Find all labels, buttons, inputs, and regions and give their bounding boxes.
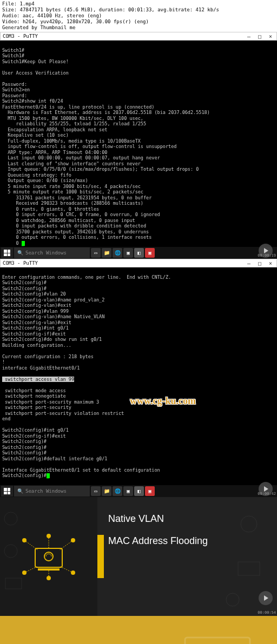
search-placeholder: Search Windows	[25, 250, 67, 256]
slide1-left-panel	[0, 497, 97, 616]
start-button-2[interactable]	[1, 486, 13, 497]
windows-icon	[4, 250, 10, 256]
slide1-right-panel: Native VLAN MAC Address Flooding 00:00:5…	[97, 497, 277, 616]
putty-title-text-2: COM3 - PuTTY	[3, 260, 38, 266]
folder-icon-2[interactable]: 📁	[102, 486, 111, 496]
svg-point-20	[226, 593, 239, 606]
term1-lines: Switch1# Switch1# Switch1#Keep Out Pleas…	[2, 48, 210, 240]
chrome-icon[interactable]: 🌐	[113, 248, 122, 258]
watermark-text: www.cg-ku.com	[130, 398, 196, 404]
taskbar-2[interactable]: 🔍 Search Windows ▭ 📁 🌐 ▣ ◧ ▣ 00:00:42	[0, 485, 277, 497]
file-info-header: File: 1.mp4 Size: 47847171 bytes (45.6 M…	[0, 0, 277, 32]
term2-top: Enter configuration commands, one per li…	[2, 274, 171, 371]
svg-point-4	[44, 552, 53, 561]
putty-task-icon-2[interactable]: ▣	[123, 486, 133, 496]
term2-partial: Interface GigabitEthernet0/1 set to defa…	[2, 467, 160, 473]
terminal-1[interactable]: Switch1# Switch1# Switch1#Keep Out Pleas…	[0, 41, 277, 247]
app-task-icon-2[interactable]: ▣	[145, 248, 155, 258]
taskbar-1[interactable]: 🔍 Search Windows ▭ 📁 🌐 ▣ ◧ ▣ 00:00:19	[0, 247, 277, 259]
folder-icon[interactable]: 📁	[102, 248, 111, 258]
start-button[interactable]	[1, 247, 13, 258]
search-icon-2: 🔍	[17, 488, 23, 494]
search-input[interactable]: 🔍 Search Windows	[14, 247, 90, 258]
app-task-icon-4[interactable]: ▣	[145, 486, 155, 496]
cursor-1: _	[22, 241, 25, 246]
file-name: File: 1.mp4	[2, 1, 275, 7]
term2-highlight-line: switchport access vlan 99	[2, 377, 74, 382]
search-placeholder-2: Search Windows	[25, 488, 67, 494]
timestamp-1: 00:00:19	[258, 253, 276, 258]
putty-task-icon[interactable]: ▣	[123, 248, 133, 258]
file-video: Video: h264, yuv420p, 1280x720, 30.00 fp…	[2, 19, 275, 25]
timestamp-3: 00:00:54	[258, 611, 276, 615]
file-size: Size: 47847171 bytes (45.6 MiB), duratio…	[2, 7, 275, 13]
svg-point-0	[4, 512, 17, 525]
term2-last: Switch2(config)#	[2, 473, 47, 478]
putty-titlebar-1[interactable]: COM3 - PuTTY — □ ×	[0, 32, 277, 41]
svg-rect-21	[185, 638, 250, 644]
play-button-3[interactable]	[259, 591, 273, 605]
search-input-2[interactable]: 🔍 Search Windows	[14, 486, 90, 497]
network-diagram-icon	[16, 529, 81, 583]
task-view-icon[interactable]: ▭	[91, 248, 101, 258]
window-controls[interactable]: — □ ×	[247, 33, 274, 39]
chrome-icon-2[interactable]: 🌐	[113, 486, 122, 496]
svg-point-18	[241, 516, 257, 532]
background-pattern-2	[97, 497, 277, 616]
svg-rect-5	[38, 568, 60, 571]
putty-title-text: COM3 - PuTTY	[3, 33, 38, 39]
slide-native-vlan: Native VLAN MAC Address Flooding 00:00:5…	[0, 497, 277, 616]
windows-icon-2	[4, 488, 10, 494]
svg-rect-19	[238, 562, 260, 575]
task-view-icon-2[interactable]: ▭	[91, 486, 101, 496]
putty-titlebar-2[interactable]: COM3 - PuTTY — □ ×	[0, 259, 277, 267]
cursor-2: _	[47, 473, 50, 478]
search-icon: 🔍	[17, 250, 23, 256]
app-task-icon[interactable]: ◧	[134, 248, 144, 258]
window-controls-2[interactable]: — □ ×	[247, 260, 274, 266]
svg-rect-3	[35, 548, 62, 567]
svg-point-1	[4, 545, 17, 558]
terminal-2[interactable]: Enter configuration commands, one per li…	[0, 267, 277, 485]
app-task-icon-3[interactable]: ◧	[134, 486, 144, 496]
term2-mid: switchport mode access switchport nonego…	[2, 388, 124, 461]
laptop-background-icon	[174, 632, 272, 644]
slide-secure-base: You'll be able to put a secure base conf…	[0, 616, 277, 644]
timestamp-2: 00:00:42	[258, 492, 276, 496]
file-generated: Generated by Thumbnail me	[2, 25, 275, 31]
file-audio: Audio: aac, 44100 Hz, stereo (eng)	[2, 13, 275, 19]
